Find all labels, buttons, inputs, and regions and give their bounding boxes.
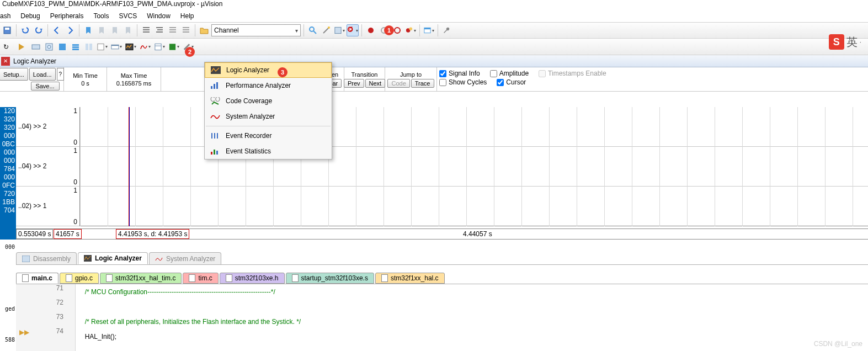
bookmark2-icon[interactable] [95,24,108,36]
file-tab[interactable]: stm32f1xx_hal.c [375,273,445,284]
file-tab[interactable]: gpio.c [60,273,99,284]
document-icon [189,274,195,282]
next-icon[interactable] [64,24,76,36]
main-toolbar: Channel d [0,22,868,39]
step-icon[interactable] [70,41,82,53]
run-icon[interactable] [15,41,28,53]
channel-combo[interactable]: Channel [211,24,301,36]
cursor-checkbox[interactable]: Cursor [497,78,526,86]
help-button[interactable]: ? [57,68,65,81]
jump-header: Jump to [400,71,422,78]
show-cycles-checkbox[interactable]: Show Cycles [439,78,487,86]
max-time-header: Max Time [121,72,147,79]
mem-icon[interactable] [153,41,166,53]
ime-indicator[interactable]: S 英 · [829,34,861,50]
cursor-icon[interactable] [96,41,108,53]
svg-rect-35 [214,84,215,89]
tab-logic-analyzer[interactable]: Logic Analyzer [78,252,148,264]
code-button[interactable]: Code [387,79,409,88]
reset-icon[interactable]: ↻ [1,41,13,53]
signal-cell[interactable]: 1..02) >> 10 [16,187,79,226]
folder-icon[interactable] [198,24,210,36]
file-tab[interactable]: startup_stm32f103xe.s [286,273,374,284]
menu-code-coverage[interactable]: CODECode Coverage [205,93,332,109]
code-area[interactable]: /* MCU Configuration--------------------… [81,284,868,351]
step-in-icon[interactable] [30,41,42,53]
svg-rect-21 [72,44,79,46]
time-mid: 4.44057 s [463,230,492,238]
redo-icon[interactable] [33,24,45,36]
max-time-value: 0.165875 ms [116,80,152,87]
menu-tools[interactable]: Tools [93,12,109,20]
menu-peripherals[interactable]: Peripherals [50,12,84,20]
step-over-icon[interactable] [43,41,55,53]
outdent-icon[interactable] [153,24,166,36]
editor[interactable]: ▶▶ 71727374 /* MCU Configuration--------… [16,284,868,351]
prev-button[interactable]: Prev [344,79,364,88]
waveform-area[interactable] [80,107,868,226]
analysis-windows-button[interactable] [125,41,137,53]
trace-icon[interactable] [139,41,151,53]
file-tab[interactable]: tim.c [183,273,218,284]
breakpoint2-icon[interactable] [404,24,417,36]
svg-rect-17 [32,45,40,49]
badge-1: 1 [384,25,394,35]
signal-cell[interactable]: 1..04) >> 20 [16,147,79,187]
amplitude-checkbox[interactable]: Amplitude [490,70,529,77]
svg-rect-36 [216,82,218,89]
address-column: 1203203200000BC0000007840000FC7201BB704 [0,107,16,240]
menu-flash[interactable]: ash [0,12,10,20]
watch-icon[interactable] [110,41,123,53]
menu-performance-analyzer[interactable]: Performance Analyzer [205,78,332,93]
load-button[interactable]: Load... [29,68,56,81]
find-icon[interactable] [307,24,319,36]
wand-icon[interactable] [320,24,332,36]
prev-icon[interactable] [51,24,63,36]
runto-icon[interactable] [83,41,95,53]
menu-event-statistics[interactable]: Event Statistics [205,143,332,159]
timestamps-checkbox: Timestamps Enable [539,70,606,77]
svg-rect-15 [424,28,430,29]
signal-info-checkbox[interactable]: Signal Info [439,70,480,77]
cov-icon[interactable] [168,41,180,53]
step-out-icon[interactable] [56,41,68,53]
next-button[interactable]: Next [365,79,386,88]
save-icon[interactable] [1,24,13,36]
tab-system-analyzer[interactable]: System Analyzer [149,252,221,264]
wrench-icon[interactable] [441,24,453,36]
menu-event-recorder[interactable]: Event Recorder [205,128,332,143]
trace-button[interactable]: Trace [411,79,434,88]
bookmark4-icon[interactable] [122,24,134,36]
file-tabs: main.cgpio.cstm32f1xx_hal_tim.ctim.cstm3… [16,270,868,284]
menu-logic-analyzer[interactable]: Logic Analyzer [205,62,332,78]
tab-disassembly[interactable]: Disassembly [16,252,77,264]
svg-rect-1 [5,28,9,30]
tool-icon[interactable] [333,24,345,36]
sogou-logo-icon: S [829,34,844,50]
menu-debug[interactable]: Debug [20,12,40,20]
svg-rect-28 [111,45,119,46]
comment-icon[interactable] [167,24,179,36]
window-icon[interactable] [423,24,435,36]
menu-window[interactable]: Window [147,12,171,20]
left-gutter: 000ged588 [0,240,16,351]
save-button[interactable]: Save... [31,82,60,91]
bookmark3-icon[interactable] [109,24,121,36]
file-tab[interactable]: main.c [16,273,58,284]
menu-svcs[interactable]: SVCS [119,12,137,20]
undo-icon[interactable] [19,24,31,36]
signal-cell[interactable]: 1..04) >> 20 [16,107,79,147]
indent-icon[interactable] [140,24,152,36]
menu-help[interactable]: Help [180,12,194,20]
menu-system-analyzer[interactable]: System Analyzer [205,109,332,124]
svg-rect-6 [335,27,341,33]
file-tab[interactable]: stm32f103xe.h [220,273,285,284]
uncomment-icon[interactable] [180,24,192,36]
document-icon [22,274,29,282]
setup-button[interactable]: Setup... [0,68,28,81]
file-tab[interactable]: stm32f1xx_hal_tim.c [100,273,182,284]
record-icon[interactable] [365,24,377,36]
analysis-dropdown-button[interactable]: d [347,24,359,36]
close-icon[interactable]: ✕ [1,57,10,66]
bookmark-icon[interactable] [82,24,94,36]
